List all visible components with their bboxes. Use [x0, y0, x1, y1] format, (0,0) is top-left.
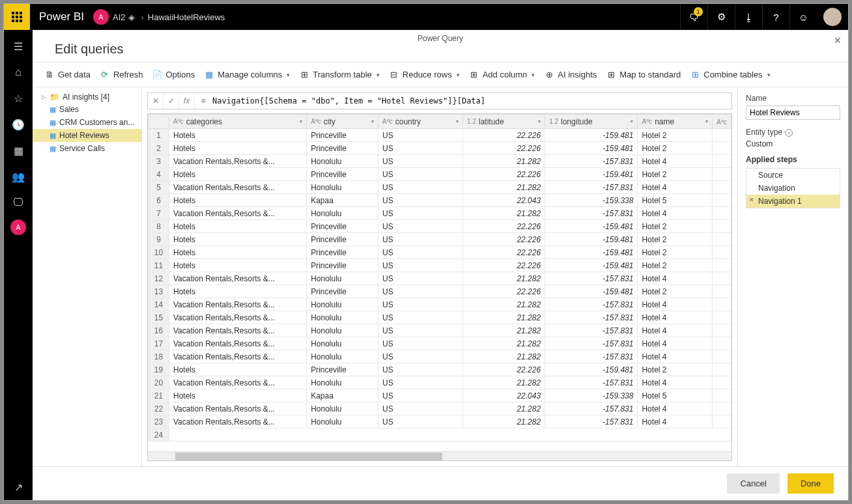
- nav-workspace-avatar[interactable]: A: [10, 219, 26, 235]
- cell-longitude[interactable]: -157.831: [545, 402, 638, 415]
- cell-name[interactable]: Hotel 5: [638, 389, 713, 402]
- cell-latitude[interactable]: 22.226: [463, 285, 545, 298]
- reduce-rows-button[interactable]: ⊟Reduce rows▾: [389, 70, 460, 80]
- cell-name[interactable]: Hotel 2: [638, 129, 713, 142]
- table-row[interactable]: 13HotelsPrincevilleUS22.226-159.481Hotel…: [149, 285, 731, 298]
- get-data-button[interactable]: 🗎Get data: [44, 70, 91, 80]
- query-group[interactable]: ▷ 📁 AI insights [4]: [33, 91, 141, 103]
- cell-categories[interactable]: Vacation Rentals,Resorts &...: [169, 181, 307, 194]
- column-header[interactable]: Aᴮccity▾: [307, 115, 378, 129]
- row-number[interactable]: 10: [149, 246, 169, 259]
- cell-categories[interactable]: Hotels: [169, 220, 307, 233]
- cell-city[interactable]: Honolulu: [307, 298, 378, 311]
- table-row[interactable]: 23Vacation Rentals,Resorts &...HonoluluU…: [149, 415, 731, 428]
- app-launcher-icon[interactable]: [4, 4, 30, 30]
- row-number[interactable]: 14: [149, 298, 169, 311]
- feedback-icon[interactable]: ☺: [789, 4, 817, 30]
- cell-longitude[interactable]: -157.831: [545, 155, 638, 168]
- cell-latitude[interactable]: 22.226: [463, 168, 545, 181]
- table-row[interactable]: 14Vacation Rentals,Resorts &...HonoluluU…: [149, 298, 731, 311]
- cell-name[interactable]: Hotel 2: [638, 233, 713, 246]
- table-row[interactable]: 3Vacation Rentals,Resorts &...HonoluluUS…: [149, 155, 731, 168]
- cell-latitude[interactable]: 22.226: [463, 363, 545, 376]
- nav-menu-icon[interactable]: ☰: [4, 33, 33, 59]
- cell-longitude[interactable]: -159.481: [545, 233, 638, 246]
- cell-latitude[interactable]: 21.282: [463, 181, 545, 194]
- cell-city[interactable]: Honolulu: [307, 350, 378, 363]
- nav-getdata-icon[interactable]: ↗: [4, 474, 33, 500]
- cell-city[interactable]: Princeville: [307, 363, 378, 376]
- cell-categories[interactable]: Hotels: [169, 389, 307, 402]
- cell-name[interactable]: Hotel 4: [638, 155, 713, 168]
- cell-name[interactable]: Hotel 4: [638, 350, 713, 363]
- nav-apps-icon[interactable]: ▦: [4, 137, 33, 163]
- cell-latitude[interactable]: 21.282: [463, 272, 545, 285]
- cell-categories[interactable]: Hotels: [169, 129, 307, 142]
- cell-categories[interactable]: Hotels: [169, 285, 307, 298]
- cell-city[interactable]: Princeville: [307, 129, 378, 142]
- row-number[interactable]: 7: [149, 207, 169, 220]
- row-number[interactable]: 3: [149, 155, 169, 168]
- column-dropdown-icon[interactable]: ▾: [300, 119, 302, 124]
- query-item[interactable]: ▦CRM Customers an...: [33, 116, 141, 129]
- cell-country[interactable]: US: [378, 311, 463, 324]
- cell-name[interactable]: Hotel 4: [638, 337, 713, 350]
- cell-categories[interactable]: Hotels: [169, 194, 307, 207]
- cell-country[interactable]: US: [378, 233, 463, 246]
- cell-latitude[interactable]: 21.282: [463, 324, 545, 337]
- table-row[interactable]: 18Vacation Rentals,Resorts &...HonoluluU…: [149, 350, 731, 363]
- table-row[interactable]: 9HotelsPrincevilleUS22.226-159.481Hotel …: [149, 233, 731, 246]
- close-icon[interactable]: ✕: [834, 35, 842, 46]
- cell-longitude[interactable]: -157.831: [545, 415, 638, 428]
- table-row[interactable]: 6HotelsKapaaUS22.043-159.338Hotel 5: [149, 194, 731, 207]
- row-number[interactable]: 12: [149, 272, 169, 285]
- cell-city[interactable]: Princeville: [307, 220, 378, 233]
- cell-country[interactable]: US: [378, 246, 463, 259]
- cell-name[interactable]: Hotel 2: [638, 363, 713, 376]
- cell-country[interactable]: US: [378, 350, 463, 363]
- row-number[interactable]: 16: [149, 324, 169, 337]
- cell-city[interactable]: Honolulu: [307, 402, 378, 415]
- cell-name[interactable]: Hotel 4: [638, 324, 713, 337]
- options-button[interactable]: 📄Options: [152, 70, 195, 80]
- row-number[interactable]: 18: [149, 350, 169, 363]
- data-grid[interactable]: Aᴮccategories▾Aᴮccity▾Aᴮccountry▾1.2lati…: [147, 113, 732, 461]
- table-row[interactable]: 12Vacation Rentals,Resorts &...HonoluluU…: [149, 272, 731, 285]
- cell-city[interactable]: Kapaa: [307, 389, 378, 402]
- cell-name[interactable]: Hotel 4: [638, 207, 713, 220]
- cell-categories[interactable]: Vacation Rentals,Resorts &...: [169, 402, 307, 415]
- manage-columns-button[interactable]: ▦Manage columns▾: [204, 70, 290, 80]
- cell-longitude[interactable]: -159.481: [545, 259, 638, 272]
- cell-latitude[interactable]: 21.282: [463, 207, 545, 220]
- map-standard-button[interactable]: ⊞Map to standard: [606, 70, 681, 80]
- cell-latitude[interactable]: 21.282: [463, 402, 545, 415]
- cell-name[interactable]: Hotel 2: [638, 168, 713, 181]
- cell-city[interactable]: Honolulu: [307, 272, 378, 285]
- cell-city[interactable]: Honolulu: [307, 155, 378, 168]
- cell-country[interactable]: US: [378, 272, 463, 285]
- notifications-icon[interactable]: 🗨1: [680, 4, 707, 30]
- cell-city[interactable]: Princeville: [307, 168, 378, 181]
- cell-city[interactable]: Honolulu: [307, 324, 378, 337]
- column-header[interactable]: Aᴮccategories▾: [169, 115, 307, 129]
- applied-step[interactable]: Navigation: [746, 182, 840, 195]
- cell-name[interactable]: Hotel 4: [638, 298, 713, 311]
- cell-longitude[interactable]: -157.831: [545, 376, 638, 389]
- column-dropdown-icon[interactable]: ▾: [456, 119, 459, 124]
- cell-longitude[interactable]: -159.481: [545, 285, 638, 298]
- table-row[interactable]: 22Vacation Rentals,Resorts &...HonoluluU…: [149, 402, 731, 415]
- transform-table-button[interactable]: ⊞Transform table▾: [299, 70, 380, 80]
- cell-country[interactable]: US: [378, 324, 463, 337]
- cell-categories[interactable]: Hotels: [169, 363, 307, 376]
- cell-latitude[interactable]: 21.282: [463, 155, 545, 168]
- cell-latitude[interactable]: 22.226: [463, 220, 545, 233]
- cell-categories[interactable]: Hotels: [169, 233, 307, 246]
- formula-bar[interactable]: ✕ ✓ fx = Navigation{[Schema = "dbo", Ite…: [147, 92, 732, 109]
- cell-categories[interactable]: Vacation Rentals,Resorts &...: [169, 311, 307, 324]
- cell-country[interactable]: US: [378, 415, 463, 428]
- cell-categories[interactable]: Vacation Rentals,Resorts &...: [169, 298, 307, 311]
- cell-longitude[interactable]: -159.338: [545, 389, 638, 402]
- cell-country[interactable]: US: [378, 155, 463, 168]
- cell-categories[interactable]: Vacation Rentals,Resorts &...: [169, 207, 307, 220]
- nav-favorites-icon[interactable]: ☆: [4, 85, 33, 111]
